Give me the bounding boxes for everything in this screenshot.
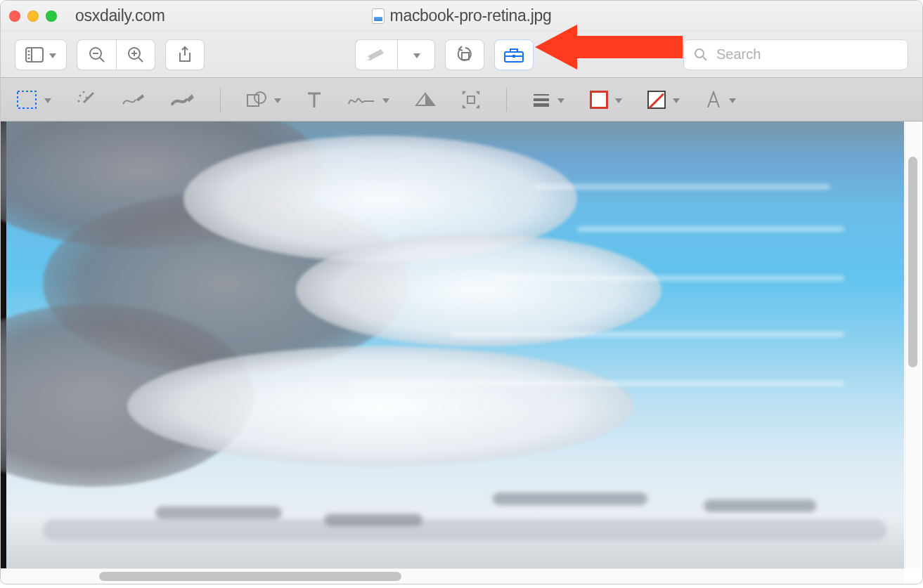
adjust-color-tool[interactable] [415,86,436,114]
highlight-dropdown[interactable] [397,39,435,70]
search-input[interactable] [715,46,898,63]
vertical-scroll-thumb[interactable] [908,157,917,367]
separator [220,88,221,112]
svg-point-22 [78,100,80,102]
document-icon [372,8,385,24]
sidebar-toggle-button[interactable] [15,39,67,70]
separator [506,88,507,112]
svg-point-25 [254,92,266,103]
chevron-down-icon [43,93,51,106]
selection-tool[interactable] [16,86,51,114]
chevron-down-icon [728,93,736,106]
svg-line-9 [138,58,143,62]
search-icon [694,48,708,62]
sidebar-icon [25,47,44,63]
chevron-down-icon [48,48,56,61]
zoom-controls [77,39,155,70]
svg-point-20 [79,94,82,96]
share-icon [177,46,193,64]
zoom-out-button[interactable] [77,39,116,70]
document-title: macbook-pro-retina.jpg [390,6,552,25]
highlight-icon [366,47,387,63]
signature-icon [347,91,375,108]
fill-color-tool[interactable] [647,86,680,114]
shapes-icon [246,91,267,109]
image-canvas[interactable] [1,122,904,568]
rotate-left-icon [456,46,474,64]
rotate-button[interactable] [445,39,484,70]
main-toolbar [1,32,922,78]
text-icon [306,91,322,109]
source-site-label: osxdaily.com [75,6,165,25]
zoom-in-button[interactable] [116,39,155,70]
svg-rect-28 [467,96,475,103]
sign-tool[interactable] [347,86,389,114]
svg-point-23 [86,96,88,98]
svg-rect-18 [18,91,36,108]
line-style-tool[interactable] [532,86,564,114]
svg-point-16 [695,49,704,58]
sketch-tool[interactable] [122,86,146,114]
chevron-down-icon [614,93,622,106]
border-color-swatch [590,91,608,109]
zoom-window-button[interactable] [46,11,57,22]
svg-line-6 [100,58,104,62]
zoom-out-icon [88,46,106,64]
svg-line-17 [703,57,706,60]
draw-tool[interactable] [171,86,195,114]
border-color-tool[interactable] [590,86,622,114]
svg-point-21 [83,91,85,93]
search-field[interactable] [683,39,908,70]
minimize-window-button[interactable] [27,11,39,22]
font-style-tool[interactable] [705,86,736,114]
svg-rect-24 [247,95,259,106]
preview-window: osxdaily.com macbook-pro-retina.jpg [0,0,923,584]
adjust-color-icon [415,91,436,108]
draw-icon [171,91,195,108]
shapes-tool[interactable] [246,86,281,114]
sketch-icon [122,91,146,108]
toolbox-icon [503,46,524,63]
highlight-group [355,39,435,70]
chevron-down-icon [273,93,281,106]
share-button[interactable] [165,39,205,70]
markup-toolbar-button[interactable] [494,39,534,70]
canvas-area [1,122,922,584]
window-controls [9,11,57,22]
adjust-size-tool[interactable] [461,86,481,114]
font-style-icon [705,91,722,109]
chevron-down-icon [671,93,680,106]
instant-alpha-tool[interactable] [77,86,96,114]
highlight-button[interactable] [355,39,397,70]
svg-line-19 [84,93,93,103]
zoom-in-icon [127,46,145,64]
title-bar: osxdaily.com macbook-pro-retina.jpg [1,1,922,32]
vertical-scrollbar[interactable] [905,122,920,568]
markup-toolbar [1,78,922,122]
horizontal-scroll-thumb[interactable] [99,572,401,581]
chevron-down-icon [556,93,564,106]
horizontal-scrollbar[interactable] [1,568,904,584]
selection-rect-icon [16,90,37,110]
chevron-down-icon [381,93,389,106]
fill-color-swatch [647,91,666,109]
adjust-size-icon [461,90,481,110]
text-tool[interactable] [306,86,322,114]
close-window-button[interactable] [9,11,20,22]
svg-rect-15 [512,55,515,58]
line-style-icon [532,93,550,107]
chevron-down-icon [412,48,420,61]
magic-wand-icon [77,90,96,110]
